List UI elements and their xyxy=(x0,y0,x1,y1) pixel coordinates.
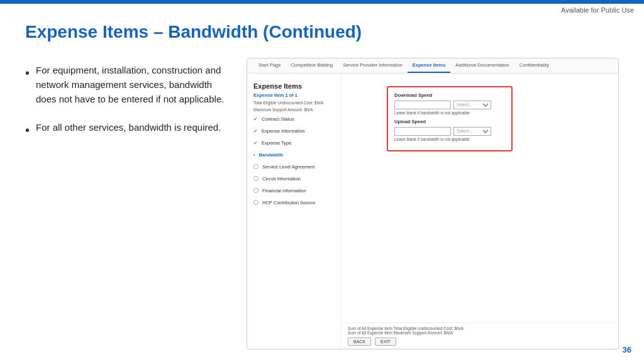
arrow-icon-bandwidth: › xyxy=(253,152,255,158)
sidebar-label-hcp: HCP Contribution Source xyxy=(262,200,315,206)
download-speed-label: Download Speed xyxy=(394,92,505,98)
sidebar-label-expense-info: Expense Information xyxy=(262,128,305,134)
sidebar-label-contract: Contract Status xyxy=(262,116,294,122)
sidebar-item-contract-status[interactable]: ✔ Contract Status xyxy=(247,113,341,125)
form-footer: Sum of All Expense Item Total Eligible U… xyxy=(341,322,618,349)
upload-speed-input[interactable] xyxy=(394,127,451,136)
bullet-dot-1: • xyxy=(25,64,30,82)
page-number: 36 xyxy=(623,345,631,354)
tab-confidentiality[interactable]: Confidentiality xyxy=(514,58,554,73)
public-use-label: Available for Public Use xyxy=(561,6,634,14)
meta-line2: Maximum Support Amount: $N/A xyxy=(247,106,341,113)
slide-content: Expense Items – Bandwidth (Continued) • … xyxy=(0,4,644,362)
tab-expense-items[interactable]: Expense Items xyxy=(408,58,451,73)
tab-service-provider[interactable]: Service Provider Information xyxy=(338,58,408,73)
tab-additional-docs[interactable]: Additional Documentation xyxy=(450,58,514,73)
footer-sum-line1: Sum of All Expense Item Total Eligible U… xyxy=(348,326,612,331)
upload-hint: Leave blank if bandwidth is not applicab… xyxy=(394,137,505,141)
sidebar-label-sla: Service Level Agreement xyxy=(262,164,314,170)
bullet-text-2: For all other services, bandwidth is req… xyxy=(36,120,221,134)
slide-title: Expense Items – Bandwidth (Continued) xyxy=(25,21,619,43)
form-area: Expense Items Expense Item 1 of 1 Total … xyxy=(247,74,618,349)
back-button[interactable]: BACK xyxy=(348,337,371,346)
bullet-section: • For equipment, installation, construct… xyxy=(25,58,226,349)
upload-speed-select[interactable]: Select... xyxy=(453,127,491,136)
tab-start-page[interactable]: Start Page xyxy=(253,58,286,73)
bullet-dot-2: • xyxy=(25,121,30,139)
download-input-row: Select... xyxy=(394,101,505,109)
bullet-text-1: For equipment, installation, constructio… xyxy=(36,63,226,107)
sidebar-label-expense-type: Expense Type xyxy=(262,140,291,146)
expense-item-label: Expense Item 1 of 1 xyxy=(247,91,341,99)
download-speed-input[interactable] xyxy=(394,101,451,109)
circle-icon-hcp xyxy=(253,200,258,205)
sidebar-item-bandwidth[interactable]: › Bandwidth xyxy=(247,149,341,161)
check-icon-expense-info: ✔ xyxy=(253,128,258,134)
bandwidth-highlight-box: Download Speed Select... Leave blank if … xyxy=(387,86,513,151)
nav-tabs-bar: Start Page Competitive Bidding Service P… xyxy=(247,58,618,74)
meta-line1: Total Eligible Undiscounted Cost: $N/A xyxy=(247,99,341,106)
bullet-item-1: • For equipment, installation, construct… xyxy=(25,63,226,107)
footer-btns: BACK EXIT xyxy=(348,337,612,346)
download-speed-select[interactable]: Select... xyxy=(453,101,491,109)
screenshot-panel: Start Page Competitive Bidding Service P… xyxy=(247,58,619,349)
sidebar-label-financial: Financial Information xyxy=(262,188,306,194)
sidebar-item-circuit[interactable]: Circuit Information xyxy=(247,173,341,185)
sidebar-item-financial[interactable]: Financial Information xyxy=(247,185,341,197)
upload-input-row: Select... xyxy=(394,127,505,136)
left-sidebar: Expense Items Expense Item 1 of 1 Total … xyxy=(247,74,341,349)
right-form: Download Speed Select... Leave blank if … xyxy=(341,74,618,322)
sidebar-item-sla[interactable]: Service Level Agreement xyxy=(247,161,341,173)
exit-button[interactable]: EXIT xyxy=(375,337,396,346)
sidebar-label-circuit: Circuit Information xyxy=(262,176,301,182)
sidebar-item-expense-type[interactable]: ✔ Expense Type xyxy=(247,137,341,149)
check-icon-contract: ✔ xyxy=(253,116,258,122)
footer-sum-line2: Sum of All Expense Item Maximum Support … xyxy=(348,331,612,335)
circle-icon-circuit xyxy=(253,176,258,181)
sidebar-label-bandwidth: Bandwidth xyxy=(259,152,283,158)
right-form-wrapper: Download Speed Select... Leave blank if … xyxy=(341,74,618,349)
sidebar-item-hcp[interactable]: HCP Contribution Source xyxy=(247,197,341,209)
form-section-title: Expense Items xyxy=(247,79,341,91)
check-icon-expense-type: ✔ xyxy=(253,140,258,146)
main-row: • For equipment, installation, construct… xyxy=(25,58,619,349)
circle-icon-financial xyxy=(253,188,258,193)
bullet-item-2: • For all other services, bandwidth is r… xyxy=(25,120,226,139)
circle-icon-sla xyxy=(253,164,258,169)
sidebar-item-expense-info[interactable]: ✔ Expense Information xyxy=(247,125,341,137)
download-hint: Leave blank if bandwidth is not applicab… xyxy=(394,111,505,115)
upload-speed-label: Upload Speed xyxy=(394,119,505,124)
tab-competitive-bidding[interactable]: Competitive Bidding xyxy=(286,58,338,73)
